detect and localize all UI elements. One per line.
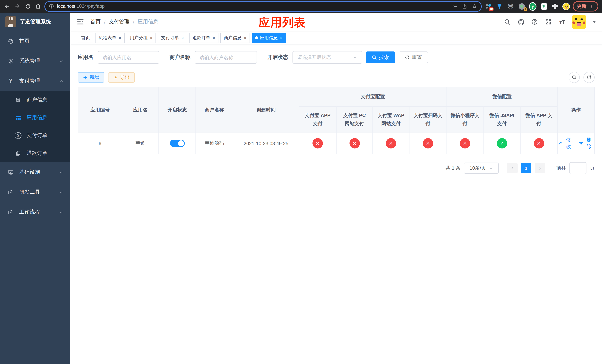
- extensions-puzzle-icon[interactable]: [551, 3, 559, 10]
- extension-kite-icon[interactable]: [496, 3, 503, 10]
- sidebar-item-infrastructure[interactable]: 基础设施: [0, 162, 70, 182]
- edit-link[interactable]: 修改: [558, 137, 573, 150]
- sidebar-collapse-icon[interactable]: [76, 18, 85, 26]
- header-search-icon[interactable]: [504, 18, 511, 26]
- extension-badge: 1: [524, 7, 527, 11]
- browser-reload-icon[interactable]: [24, 3, 31, 10]
- sidebar-item-refund-order[interactable]: 退款订单: [0, 144, 70, 162]
- search-button[interactable]: 搜索: [366, 52, 395, 63]
- cell-actions: 修改 删除: [557, 133, 594, 154]
- url-text: localhost:1024/pay/app: [57, 4, 105, 9]
- status-toggle[interactable]: [170, 139, 184, 147]
- table-toolbar: 新增 导出: [78, 72, 595, 83]
- extension-squares-icon[interactable]: 10: [485, 3, 492, 10]
- update-label: 更新: [577, 3, 586, 10]
- search-form: 应用名 商户名称 开启状态 请选择开启状态: [78, 51, 595, 64]
- sidebar-item-workflow[interactable]: 工作流程: [0, 202, 70, 222]
- tab-支付订单[interactable]: 支付订单×: [158, 32, 187, 43]
- extension-command-icon[interactable]: ⌘: [507, 3, 514, 10]
- export-button[interactable]: 导出: [108, 72, 135, 83]
- cell-pay-status: ✕: [447, 133, 483, 154]
- page-number-button[interactable]: 1: [521, 163, 531, 173]
- status-label: 开启状态: [267, 54, 288, 61]
- sidebar-item-home[interactable]: 首页: [0, 31, 70, 51]
- chevron-down-icon: [59, 170, 64, 175]
- screen: localhost:1024/pay/app 10 ⌘ 1 y 更新 ⋮: [0, 0, 602, 364]
- cross-badge: ✕: [349, 138, 360, 149]
- breadcrumb-home[interactable]: 首页: [90, 19, 101, 25]
- bookmark-star-icon[interactable]: [472, 3, 477, 9]
- page-size-select[interactable]: 10条/页: [464, 162, 499, 174]
- breadcrumb: 首页 / 支付管理 / 应用信息: [90, 19, 159, 25]
- tab-应用信息[interactable]: 应用信息×: [252, 32, 286, 43]
- sidebar-item-app-info[interactable]: 应用信息: [0, 109, 70, 127]
- app-logo[interactable]: 芋道管理系统: [0, 13, 70, 31]
- app-table: 应用编号 应用名 开启状态 商户名称 创建时间 支付宝配置 微信配置 操作 支付…: [78, 87, 595, 154]
- merchant-name-input[interactable]: [195, 51, 257, 64]
- avatar-caret-icon[interactable]: [592, 21, 596, 23]
- tab-首页[interactable]: 首页: [78, 32, 93, 43]
- app-name-input[interactable]: [98, 51, 159, 64]
- tab-退款订单[interactable]: 退款订单×: [189, 32, 219, 43]
- cross-badge: ✕: [534, 138, 544, 149]
- sidebar-item-pay-order[interactable]: ¥支付订单: [0, 127, 70, 144]
- browser-update-button[interactable]: 更新 ⋮: [573, 1, 598, 11]
- tab-流程表单[interactable]: 流程表单×: [95, 32, 125, 43]
- add-button[interactable]: 新增: [78, 72, 104, 83]
- user-avatar[interactable]: [572, 15, 586, 29]
- share-icon[interactable]: [462, 3, 467, 9]
- total-count: 共 1 条: [446, 165, 461, 171]
- reset-button[interactable]: 重置: [399, 52, 428, 63]
- tab-商户信息[interactable]: 商户信息×: [220, 32, 250, 43]
- help-icon[interactable]: [531, 18, 538, 26]
- column-header-pay-1: 支付宝 PC 网站支付: [336, 107, 373, 133]
- github-icon[interactable]: [517, 18, 525, 26]
- browser-menu-icon[interactable]: ⋮: [589, 3, 594, 9]
- cross-badge: ✕: [312, 138, 323, 149]
- url-host: localhost: [57, 4, 75, 9]
- close-icon[interactable]: ×: [213, 35, 215, 40]
- cell-pay-status: ✕: [373, 133, 409, 154]
- extension-y-icon[interactable]: y: [529, 3, 537, 10]
- cross-badge: ✕: [386, 138, 396, 149]
- toggle-search-button[interactable]: [569, 72, 580, 83]
- breadcrumb-pay[interactable]: 支付管理: [109, 19, 129, 25]
- sidebar-item-system[interactable]: 系统管理: [0, 51, 70, 71]
- extensions-row: 10 ⌘ 1 y: [485, 3, 570, 10]
- address-bar[interactable]: localhost:1024/pay/app: [44, 1, 482, 12]
- fullscreen-icon[interactable]: [545, 18, 552, 26]
- cell-created: 2021-10-23 08:49:25: [233, 133, 299, 154]
- refresh-icon: [586, 75, 592, 80]
- close-icon[interactable]: ×: [181, 35, 184, 40]
- browser-forward-icon[interactable]: [14, 3, 21, 10]
- close-icon[interactable]: ×: [150, 35, 152, 40]
- font-size-icon[interactable]: ᴛT: [558, 18, 566, 26]
- browser-home-icon[interactable]: [35, 3, 42, 10]
- password-key-icon[interactable]: [452, 3, 458, 9]
- sidebar-item-merchant-info[interactable]: 商户信息: [0, 91, 70, 109]
- sidebar-item-payment[interactable]: ¥支付管理: [0, 71, 70, 91]
- sidebar-item-dev-tools[interactable]: 研发工具: [0, 182, 70, 202]
- close-icon[interactable]: ×: [280, 35, 283, 40]
- column-header-merchant: 商户名称: [196, 87, 233, 133]
- browser-profile-avatar[interactable]: [562, 3, 570, 10]
- browser-back-icon[interactable]: [4, 3, 10, 10]
- status-select[interactable]: 请选择开启状态: [292, 51, 362, 64]
- prev-page-button[interactable]: [507, 163, 517, 173]
- extension-badge: 10: [489, 7, 494, 11]
- refresh-table-button[interactable]: [583, 72, 595, 83]
- close-icon[interactable]: ×: [244, 35, 247, 40]
- delete-link[interactable]: 删除: [579, 137, 594, 150]
- column-header-pay-2: 支付宝 WAP 网站支付: [373, 107, 409, 133]
- cell-status: [159, 133, 196, 154]
- plus-icon: [83, 75, 88, 80]
- next-page-button[interactable]: [535, 163, 545, 173]
- status-select-placeholder: 请选择开启状态: [297, 54, 331, 61]
- extension-target-icon[interactable]: 1: [518, 3, 525, 10]
- close-icon[interactable]: ×: [118, 35, 121, 40]
- app-name-label: 应用名: [78, 54, 93, 61]
- extension-doc-icon[interactable]: [540, 3, 548, 10]
- tab-用户分组[interactable]: 用户分组×: [127, 32, 156, 43]
- goto-page-input[interactable]: [570, 162, 586, 174]
- site-info-icon[interactable]: [49, 4, 54, 9]
